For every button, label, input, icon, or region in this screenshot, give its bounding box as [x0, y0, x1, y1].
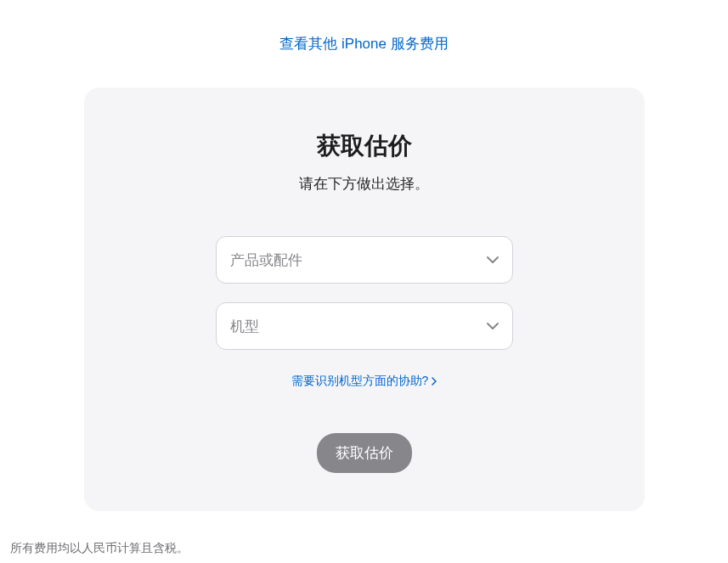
product-select-placeholder: 产品或配件 [230, 251, 302, 270]
help-link-label: 需要识别机型方面的协助? [291, 374, 429, 389]
product-select-wrap: 产品或配件 [216, 236, 513, 284]
chevron-right-icon [432, 377, 437, 386]
footer-notes: 所有费用均以人民币计算且含税。 截至 2023 年 2 月底, 保外电池服务的费… [8, 535, 720, 563]
top-link-container: 查看其他 iPhone 服务费用 [8, 34, 720, 53]
get-estimate-button[interactable]: 获取估价 [317, 433, 412, 473]
model-select[interactable]: 机型 [216, 302, 513, 350]
card-subtitle: 请在下方做出选择。 [135, 174, 594, 194]
identify-model-help-link[interactable]: 需要识别机型方面的协助? [291, 374, 437, 389]
model-select-wrap: 机型 [216, 302, 513, 350]
card-title: 获取估价 [135, 130, 594, 162]
estimate-card: 获取估价 请在下方做出选择。 产品或配件 机型 需要识别机型方面的协助? [84, 87, 645, 511]
model-select-placeholder: 机型 [230, 317, 259, 336]
footer-line-1: 所有费用均以人民币计算且含税。 [10, 535, 718, 561]
other-service-fees-link[interactable]: 查看其他 iPhone 服务费用 [279, 36, 448, 52]
product-select[interactable]: 产品或配件 [216, 236, 513, 284]
